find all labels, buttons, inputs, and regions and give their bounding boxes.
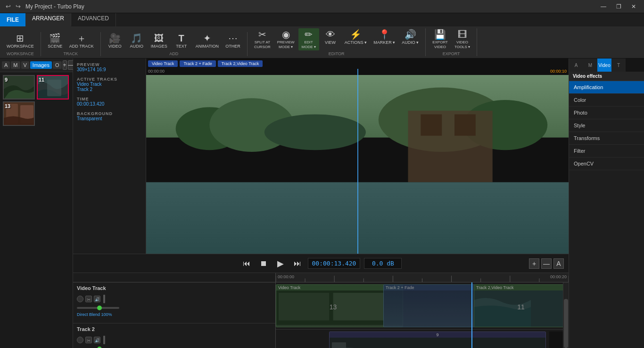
minimize-button[interactable]: — <box>597 1 610 12</box>
main-content: A M V Images O + — G B 9 <box>0 58 644 348</box>
track-label-video2: Track 2,Video Track <box>218 60 263 67</box>
mute-btn-track2[interactable] <box>77 337 83 343</box>
time-label: TIME <box>77 97 142 101</box>
video-track-slider-row <box>77 307 272 309</box>
speaker-btn-video[interactable]: 🔊 <box>94 296 100 302</box>
play-button[interactable]: ▶ <box>274 257 287 270</box>
rpanel-tab-t[interactable]: T <box>611 58 626 72</box>
rpanel-item-amplification[interactable]: Amplification <box>569 81 644 94</box>
rpanel-item-color[interactable]: Color <box>569 94 644 107</box>
clip-9[interactable]: 9 <box>329 331 546 348</box>
track-handle-video[interactable] <box>103 295 105 303</box>
thumbnail-13[interactable]: 13 <box>3 101 35 126</box>
undo-button[interactable]: ↩ <box>4 2 13 11</box>
split-at-cursor-button[interactable]: ✂ SPLIT ATCURSOR <box>251 28 273 50</box>
audio-button[interactable]: 🎵 AUDIO <box>126 32 147 50</box>
clip-11[interactable]: Track 2,Video Track 11 <box>474 284 563 327</box>
video-slider-knob <box>97 306 102 310</box>
rpanel-item-transforms[interactable]: Transforms <box>569 132 644 145</box>
marker-button[interactable]: 📍 MARKER ▾ <box>371 28 398 50</box>
other-button[interactable]: ⋯ OTHER <box>223 32 243 50</box>
panel-add-button[interactable]: + <box>63 60 67 70</box>
fast-forward-button[interactable]: ⏭ <box>291 257 304 270</box>
tab-file[interactable]: FILE <box>0 13 25 26</box>
scene-button[interactable]: 🎬 SCENE <box>45 32 66 50</box>
preview-mode-button[interactable]: ◉ PREVIEWMODE ▾ <box>274 28 297 50</box>
panel-tab-m[interactable]: M <box>11 61 20 69</box>
images-button[interactable]: 🖼 IMAGES <box>148 32 170 50</box>
thumbnail-9[interactable]: 9 <box>3 75 35 99</box>
panel-tab-images[interactable]: Images <box>30 61 52 69</box>
rpanel-tab-a[interactable]: A <box>569 58 583 72</box>
tab-arranger[interactable]: ARRANGER <box>25 13 71 26</box>
mute-btn-video[interactable] <box>77 296 83 302</box>
video-tools-button[interactable]: 🎞 VIDEOTOOLS ▾ <box>452 28 473 50</box>
actions-icon: ⚡ <box>350 30 362 39</box>
view-button[interactable]: 👁 VIEW <box>320 28 341 50</box>
track2-controls: ✂ 🔊 <box>77 336 272 344</box>
redo-button[interactable]: ↪ <box>14 2 23 11</box>
video-track-header: Video Track ✂ 🔊 <box>73 282 275 323</box>
track2-handle[interactable] <box>103 336 105 344</box>
rpanel-item-opencv[interactable]: OpenCV <box>569 157 644 170</box>
title-text: My Project - Turbo Play <box>25 3 84 10</box>
text-button[interactable]: T TEXT <box>171 32 192 50</box>
clip-fade[interactable]: Track 2 + Fade <box>383 284 475 327</box>
ruler-ticks <box>276 273 569 282</box>
add-track-button[interactable]: ＋ ADD TRACK <box>66 32 97 50</box>
video-track-slider[interactable] <box>77 307 119 309</box>
timeline-scrollbar[interactable] <box>563 282 569 348</box>
preview-area: PREVIEW 309×174 16:9 ACTIVE TRACKS Video… <box>73 58 569 254</box>
video-button[interactable]: 🎥 VIDEO <box>105 32 125 50</box>
lock-btn-video[interactable]: ✂ <box>85 296 92 302</box>
text-icon: T <box>179 33 184 43</box>
panel-tab-o[interactable]: O <box>53 61 62 69</box>
maximize-button[interactable]: ❐ <box>612 1 625 12</box>
track2-row-empty <box>549 331 563 348</box>
view-icon: 👁 <box>326 30 335 39</box>
workspace-icon: ⊞ <box>16 33 24 43</box>
rpanel-item-filter[interactable]: Filter <box>569 145 644 157</box>
rewind-button[interactable]: ⏮ <box>240 257 253 270</box>
panel-tab-v[interactable]: V <box>21 61 29 69</box>
rpanel-item-style[interactable]: Style <box>569 119 644 132</box>
scrollbar-thumb[interactable] <box>564 299 568 348</box>
lock-btn-track2[interactable]: ✂ <box>85 337 92 343</box>
ribbon-group-editor: ✂ SPLIT ATCURSOR ◉ PREVIEWMODE ▾ ✏ EDITM… <box>248 28 426 56</box>
workspace-button[interactable]: ⊞ WORKSPACE <box>4 32 37 50</box>
edit-mode-button[interactable]: ✏ EDITMODE ▾ <box>298 28 319 50</box>
svg-rect-13 <box>421 115 442 136</box>
zoom-out-button[interactable]: — <box>541 258 552 269</box>
actions-button[interactable]: ⚡ ACTIONS ▾ <box>342 28 370 50</box>
rpanel-tab-video[interactable]: Video <box>597 58 611 72</box>
panel-tab-a[interactable]: A <box>2 61 10 69</box>
preview-label: PREVIEW <box>77 62 142 67</box>
video-tools-icon: 🎞 <box>458 30 467 39</box>
ribbon: FILE ARRANGER ADVANCED ⊞ WORKSPACE WORKS… <box>0 13 644 58</box>
timecode-cursor: 00:00:10 <box>550 69 567 74</box>
stop-button[interactable]: ⏹ <box>257 257 270 270</box>
preview-resolution: 309×174 16:9 <box>77 67 142 72</box>
zoom-in-button[interactable]: + <box>529 258 539 269</box>
rpanel-item-photo[interactable]: Photo <box>569 107 644 119</box>
title-bar: ↩ ↪ My Project - Turbo Play — ❐ ✕ <box>0 0 644 13</box>
close-button[interactable]: ✕ <box>627 1 640 12</box>
speaker-btn-track2[interactable]: 🔊 <box>94 337 100 343</box>
track-labels-row: Video Track Track 2 + Fade Track 2,Video… <box>148 60 567 67</box>
thumbnail-11[interactable]: 11 <box>37 75 69 99</box>
timecode-start: 00:00:00 <box>148 69 165 74</box>
svg-text:✂: ✂ <box>87 297 91 302</box>
video-preview: Video Track Track 2 + Fade Track 2,Video… <box>146 58 569 254</box>
tracks-content[interactable]: Video Track 13 Trac <box>276 282 563 348</box>
ribbon-tabs: FILE ARRANGER ADVANCED <box>0 13 644 26</box>
ruler-track[interactable]: 00:00:00 00:00:20 <box>276 273 569 282</box>
rpanel-tab-m[interactable]: M <box>583 58 597 72</box>
zoom-auto-button[interactable]: A <box>553 258 564 269</box>
animation-button[interactable]: ✦ ANIMATION <box>193 32 222 50</box>
svg-rect-38 <box>332 342 346 348</box>
tab-advanced[interactable]: ADVANCED <box>71 13 116 26</box>
svg-text:🔊: 🔊 <box>95 338 99 342</box>
audio-ctrl-button[interactable]: 🔊 AUDIO ▾ <box>399 28 421 50</box>
export-video-button[interactable]: 💾 EXPORTVIDEO <box>429 28 451 50</box>
active-track-2: Track 2 <box>77 87 142 92</box>
